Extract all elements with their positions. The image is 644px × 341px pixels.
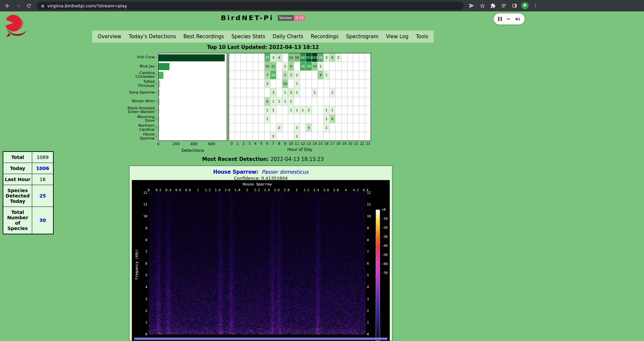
bar-plot	[158, 53, 227, 141]
send-to-device-icon[interactable]	[467, 1, 476, 10]
stat-value[interactable]: 1006	[32, 163, 54, 174]
heatmap-cell	[318, 106, 323, 114]
heatmap-cell: 1	[265, 106, 270, 114]
heatmap-cell	[229, 79, 235, 88]
profile-avatar[interactable]: P	[521, 2, 529, 9]
spec-xtick-label: 3.8	[331, 188, 341, 192]
stats-row: Species Detected Today25	[3, 185, 53, 207]
heatmap-xtick-label: 0	[229, 142, 234, 146]
heatmap-cell	[270, 123, 276, 132]
heatmap-cell	[235, 106, 241, 114]
heatmap-cell	[253, 88, 259, 97]
species-label-text: Blue Jay	[140, 64, 155, 68]
nav-item-best-recordings[interactable]: Best Recordings	[183, 34, 224, 40]
heatmap-cell	[318, 132, 323, 140]
heatmap-cell	[253, 79, 259, 88]
heatmap-cell	[241, 123, 247, 132]
heatmap-cell	[241, 88, 247, 97]
spectrogram-title: House Sparrow	[149, 182, 366, 186]
stat-value[interactable]: 30	[32, 207, 54, 234]
extensions-icon[interactable]	[489, 1, 497, 10]
heatmap-cell	[247, 79, 253, 88]
nav-item-view-log[interactable]: View Log	[386, 34, 409, 40]
heatmap-cell	[235, 132, 241, 140]
heatmap-cell	[335, 115, 341, 123]
detections-bar	[159, 80, 160, 88]
heatmap-cell: 3	[288, 88, 294, 97]
side-panel-icon[interactable]	[510, 1, 519, 10]
detection-common-name[interactable]: House Sparrow:	[213, 169, 258, 175]
heatmap-cell: 2	[270, 132, 276, 140]
heatmap-cell: 1	[324, 115, 329, 123]
heatmap-cell	[294, 115, 300, 123]
detection-scientific-name[interactable]: Passer domesticus	[262, 169, 308, 175]
heatmap-cell	[347, 79, 353, 88]
heatmap-cell	[330, 123, 335, 132]
address-bar[interactable]: virginia.birdnetpi.com/?stream=play	[37, 2, 464, 10]
heatmap-cell	[306, 71, 312, 79]
stat-label: Total	[3, 152, 32, 163]
browser-forward-button[interactable]	[14, 1, 22, 10]
heatmap-cell	[265, 123, 270, 132]
heatmap-cell	[318, 79, 323, 88]
bookmark-star-icon[interactable]	[478, 1, 487, 10]
detections-bar	[159, 72, 163, 79]
heatmap-xtick-label: 4	[253, 142, 258, 146]
heatmap-cell	[300, 79, 306, 88]
pause-button[interactable]	[498, 16, 502, 21]
recent-value: 2022-04-13 18:15:23	[270, 156, 324, 162]
browser-reload-button[interactable]	[24, 1, 33, 10]
nav-item-spectrogram[interactable]: Spectrogram	[346, 34, 379, 40]
spec-xtick-label: 1.2	[203, 188, 213, 192]
detections-bar	[159, 107, 159, 114]
stat-label: Last Hour	[3, 174, 32, 185]
detections-bar	[159, 124, 159, 131]
heatmap-cell	[312, 71, 318, 79]
heatmap-cell	[259, 88, 264, 97]
species-label: Northern Cardinal	[127, 123, 157, 132]
axis-tick-mark	[156, 119, 157, 119]
nav-item-species-stats[interactable]: Species Stats	[231, 34, 265, 40]
browser-back-button[interactable]	[3, 1, 12, 10]
heatmap-cell	[318, 97, 323, 106]
volume-button[interactable]	[515, 16, 521, 22]
heatmap-cell: 1	[324, 71, 329, 79]
heatmap-cell	[229, 115, 235, 123]
stat-label: Total Number of Species	[3, 207, 32, 234]
heatmap-cell: 2	[335, 53, 341, 62]
heatmap-cell: 6	[265, 97, 270, 106]
reading-list-icon[interactable]	[499, 1, 508, 10]
seek-handle[interactable]	[507, 18, 510, 19]
colorbar-tick-label: -40	[382, 244, 387, 247]
nav-item-recordings[interactable]: Recordings	[311, 34, 339, 40]
heatmap-cell	[365, 62, 371, 70]
heatmap-cell	[341, 115, 347, 123]
colorbar-tick-label: -20	[382, 226, 387, 229]
heatmap-cell	[235, 115, 241, 123]
heatmap-cell	[347, 115, 353, 123]
heatmap-cell	[335, 88, 341, 97]
browser-menu-icon[interactable]	[531, 1, 540, 10]
heatmap-cell	[235, 123, 241, 132]
heatmap-cell	[353, 115, 359, 123]
species-label-text: House Sparrow	[127, 132, 155, 140]
heatmap-cell	[241, 132, 247, 140]
spec-ytick-label: 2	[139, 309, 147, 312]
nav-item-today-s-detections[interactable]: Today's Detections	[129, 34, 176, 40]
stat-value[interactable]: 25	[32, 185, 54, 207]
nav-item-daily-charts[interactable]: Daily Charts	[273, 34, 304, 40]
heatmap-cell	[276, 79, 282, 88]
heatmap-cell: 1	[330, 106, 335, 114]
heatmap-cell	[235, 62, 241, 70]
heatmap-cell	[259, 97, 264, 106]
heatmap-cell	[359, 62, 365, 70]
heatmap-cell	[294, 62, 300, 70]
heatmap-cell	[365, 115, 371, 123]
nav-item-overview[interactable]: Overview	[98, 34, 121, 40]
nav-item-tools[interactable]: Tools	[416, 34, 428, 40]
heatmap-cell	[235, 71, 241, 79]
heatmap-cell	[335, 106, 341, 114]
heatmap-cell: 26	[270, 71, 276, 79]
heatmap-cell	[300, 97, 306, 106]
heatmap-cell	[288, 79, 294, 88]
